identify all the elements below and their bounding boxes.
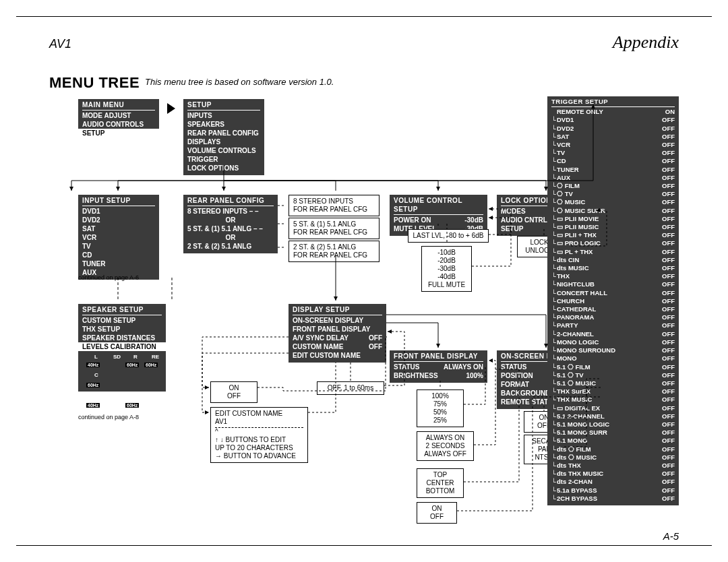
fpd-bright: 100%75%50%25% [417, 389, 464, 427]
page-number: A-5 [663, 530, 679, 542]
display-setup-box: DISPLAY SETUP ON-SCREEN DISPLAY FRONT PA… [289, 304, 386, 363]
osd-rs: ONOFF [417, 502, 457, 524]
speaker-setup-box: SPEAKER SETUP CUSTOM SETUP THX SETUP SPE… [78, 304, 166, 392]
header-left: AV1 [49, 37, 71, 51]
right-arrow-icon [167, 103, 175, 114]
onoff-box: ONOFF [210, 381, 257, 403]
custom-name-box: EDIT CUSTOM NAME AV1 ^ ↑ ↓ BUTTONS TO ED… [210, 407, 308, 463]
input-setup-box: INPUT SETUP DVD1 DVD2 SAT VCR TV CD TUNE… [78, 195, 159, 280]
fpd-box: FRONT PANEL DISPLAY STATUSALWAYS ON BRIG… [390, 350, 487, 383]
main-menu-box: MAIN MENU MODE ADJUST AUDIO CONTROLS SET… [78, 99, 159, 139]
sync-box: OFF, 1 to 60ms [317, 381, 384, 395]
input-continued: continued on page A-6 [78, 274, 139, 281]
fpd-status: ALWAYS ON2 SECONDSALWAYS OFF [417, 431, 474, 461]
rear-side-b: 5 ST. & (1) 5.1 ANLGFOR REAR PANEL CFG [289, 218, 380, 239]
trigger-box: TRIGGER SETUP REMOTE ONLYON└DVD1OFF└DVD2… [547, 96, 679, 505]
subtitle: This menu tree is based on software vers… [145, 77, 334, 87]
osd-pos: TOPCENTERBOTTOM [417, 468, 464, 498]
speaker-continued: continued on page A-8 [78, 414, 139, 420]
rear-panel-box: REAR PANEL CONFIG 8 STEREO INPUTS – – OR… [183, 195, 278, 253]
setup-box: SETUP INPUTS SPEAKERS REAR PANEL CONFIG … [183, 99, 264, 175]
vol-side-b: -10dB-20dB-30dB-40dBFULL MUTE [421, 246, 472, 292]
rear-side-a: 8 STEREO INPUTSFOR REAR PANEL CFG [289, 195, 380, 216]
header-right: Appendix [613, 32, 679, 53]
rear-side-c: 2 ST. & (2) 5.1 ANLGFOR REAR PANEL CFG [289, 241, 380, 262]
title: MENU TREE [49, 74, 140, 92]
vol-side-a: LAST LVL, -80 to + 6dB [408, 229, 489, 243]
